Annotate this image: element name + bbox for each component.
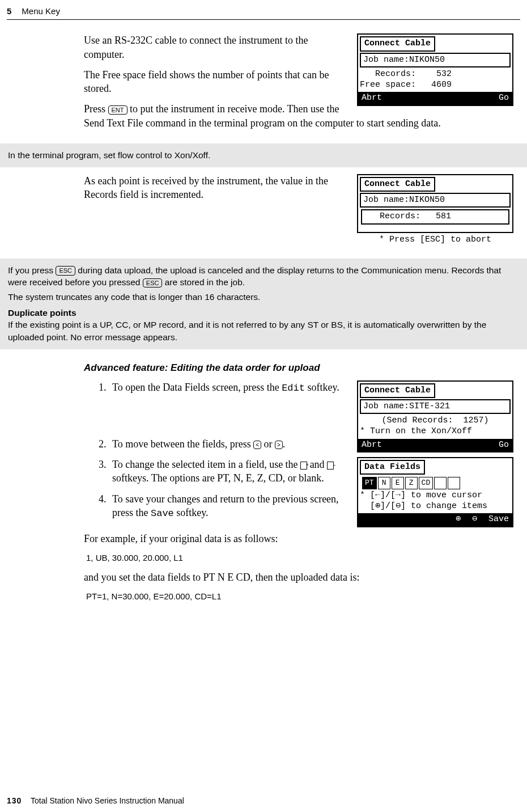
page-plus-icon (300, 462, 307, 470)
figure-connect-cable-2: Connect Cable Job name:NIKON50 Records: … (357, 174, 513, 247)
df-cell-blank1 (434, 477, 447, 489)
paragraph-5: For example, if your original data is as… (84, 532, 513, 545)
fig1-job: Job name:NIKON50 (360, 53, 511, 67)
fig3-go: Go (499, 439, 509, 451)
note-flow-control: In the terminal program, set flow contro… (0, 143, 527, 167)
fig3-hint: * Turn on the Xon/Xoff (360, 426, 511, 437)
fig3-abrt: Abrt (362, 439, 382, 451)
header-rule (7, 19, 520, 20)
esc-key-icon-2: ESC (143, 278, 163, 287)
fig1-free: Free space: 4609 (360, 80, 511, 91)
fig3-title: Connect Cable (360, 383, 435, 398)
fig3-send: (Send Records: 1257) (360, 416, 511, 426)
right-key-icon: > (275, 441, 283, 449)
fig4-bottom-bar: ⊕ ⊖ Save (358, 513, 512, 526)
figure-data-fields: Data Fields PT N E Z CD * [←]/[→] to mov… (357, 457, 513, 527)
left-key-icon: < (253, 441, 261, 449)
fig4-hint1: * [←]/[→] to move cursor (360, 490, 511, 501)
example-output: PT=1, N=30.000, E=20.000, CD=L1 (86, 591, 513, 602)
note-esc-upload: If you press ESC during data upload, the… (0, 259, 527, 349)
fig3-bottom-bar: Abrt Go (358, 439, 512, 451)
fig4-save: Save (488, 514, 509, 525)
chapter-number: 5 (7, 6, 11, 17)
page-minus-icon (327, 462, 334, 470)
df-cell-z: Z (405, 477, 418, 489)
fig2-job: Job name:NIKON50 (360, 193, 511, 208)
fig2-records: Records: 581 (361, 209, 509, 225)
fig1-go: Go (499, 92, 509, 104)
df-cell-e: E (392, 477, 404, 489)
paragraph-3: Press ENT to put the instrument in recei… (84, 102, 513, 130)
subsection-heading: Advanced feature: Editing the data order… (84, 362, 513, 375)
df-cell-pt: PT (362, 477, 377, 489)
duplicate-points-heading: Duplicate points (8, 307, 519, 319)
fig4-minus: ⊖ (472, 514, 477, 525)
ent-key-icon: ENT (108, 105, 128, 115)
df-cell-n: N (378, 477, 390, 489)
fig3-job: Job name:SITE-321 (360, 399, 511, 414)
esc-key-icon: ESC (56, 266, 75, 275)
fig4-plus: ⊕ (456, 514, 461, 525)
paragraph-6: and you set the data fields to PT N E CD… (84, 570, 513, 584)
figure-connect-cable-3: Connect Cable Job name:SITE-321 (Send Re… (357, 380, 513, 452)
df-cell-blank2 (448, 477, 460, 489)
figure-connect-cable-1: Connect Cable Job name:NIKON50 Records: … (357, 33, 513, 105)
fig2-title: Connect Cable (360, 177, 435, 192)
page-header: 5 Menu Key (0, 0, 527, 18)
fig1-bottom-bar: Abrt Go (358, 92, 512, 104)
fig1-abrt: Abrt (362, 92, 382, 104)
doc-title: Total Station Nivo Series Instruction Ma… (31, 796, 184, 805)
df-cell-cd: CD (419, 477, 434, 489)
fig4-cells: PT N E Z CD (360, 476, 511, 490)
fig4-title: Data Fields (360, 460, 425, 475)
page-footer: 130 Total Station Nivo Series Instructio… (7, 796, 184, 806)
example-input: 1, UB, 30.000, 20.000, L1 (86, 552, 513, 564)
page-number: 130 (7, 796, 22, 805)
fig2-hint: * Press [ESC] to abort (357, 233, 513, 247)
fig4-hint2: [⊕]/[⊖] to change items (360, 501, 511, 512)
fig1-records: Records: 532 (360, 69, 511, 80)
fig1-title: Connect Cable (360, 36, 435, 51)
chapter-title: Menu Key (22, 6, 60, 17)
